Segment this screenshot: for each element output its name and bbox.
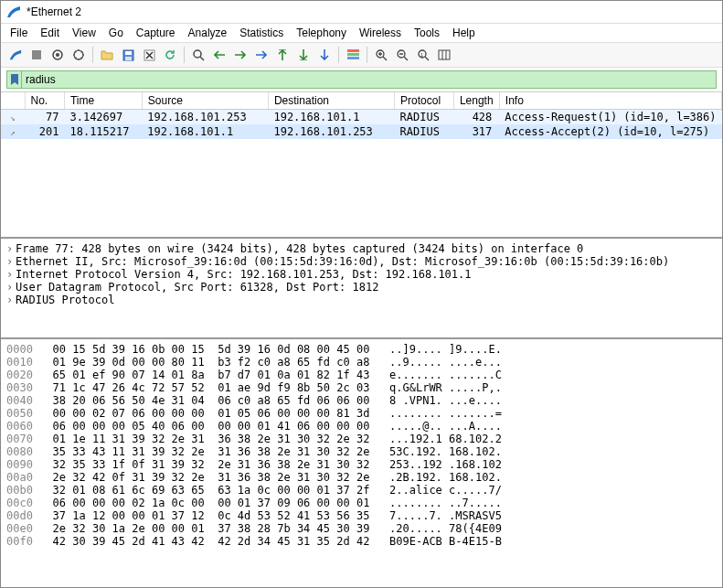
col-info[interactable]: Info [499, 92, 721, 110]
colorize-icon[interactable] [344, 46, 362, 64]
menu-help[interactable]: Help [452, 27, 475, 39]
packet-bytes-pane[interactable]: 0000 00 15 5d 39 16 0b 00 15 5d 39 16 0d… [1, 339, 722, 587]
detail-line[interactable]: ›Frame 77: 428 bytes on wire (3424 bits)… [6, 242, 717, 255]
menu-capture[interactable]: Capture [136, 27, 175, 39]
stop-capture-icon[interactable] [27, 46, 46, 64]
col-protocol[interactable]: Protocol [395, 92, 454, 110]
bookmark-filter-icon[interactable] [6, 70, 21, 89]
go-last-icon[interactable] [294, 46, 313, 64]
expand-icon[interactable]: › [6, 294, 16, 306]
packet-table: No. Time Source Destination Protocol Len… [1, 92, 722, 139]
toolbar-separator [338, 47, 339, 63]
auto-scroll-icon[interactable] [315, 46, 334, 64]
capture-options-icon[interactable] [69, 46, 88, 64]
menu-analyze[interactable]: Analyze [188, 27, 228, 39]
menu-edit[interactable]: Edit [40, 27, 59, 39]
reload-file-icon[interactable] [161, 46, 179, 64]
go-forward-icon[interactable] [231, 46, 250, 64]
request-arrow-icon: ↘ [6, 112, 19, 123]
col-length[interactable]: Length [453, 92, 499, 110]
restart-capture-icon[interactable] [48, 46, 67, 64]
resize-columns-icon[interactable] [435, 46, 453, 64]
expand-icon[interactable]: › [6, 242, 16, 255]
display-filter-row [1, 68, 722, 92]
svg-rect-6 [125, 57, 132, 60]
expand-icon[interactable]: › [6, 268, 16, 281]
display-filter-input[interactable] [21, 70, 717, 89]
col-destination[interactable]: Destination [268, 92, 394, 110]
go-back-icon[interactable] [210, 46, 229, 64]
toolbar-separator [92, 47, 93, 63]
go-to-packet-icon[interactable] [252, 46, 271, 64]
menubar: File Edit View Go Capture Analyze Statis… [1, 24, 722, 43]
menu-statistics[interactable]: Statistics [239, 27, 283, 39]
svg-rect-11 [347, 57, 359, 59]
packet-row[interactable]: ↗ 201 18.115217 192.168.101.1 192.168.10… [1, 124, 722, 139]
menu-file[interactable]: File [10, 27, 27, 39]
menu-go[interactable]: Go [109, 27, 123, 39]
detail-line[interactable]: ›Ethernet II, Src: Microsof_39:16:0d (00… [6, 255, 717, 268]
svg-point-2 [56, 53, 59, 57]
close-file-icon[interactable] [140, 46, 158, 64]
packet-row[interactable]: ↘ 77 3.142697 192.168.101.253 192.168.10… [1, 110, 722, 125]
packet-list-pane[interactable]: No. Time Source Destination Protocol Len… [1, 92, 722, 239]
expand-icon[interactable]: › [6, 255, 16, 268]
col-time[interactable]: Time [64, 92, 142, 110]
col-source[interactable]: Source [142, 92, 268, 110]
open-file-icon[interactable] [98, 46, 116, 64]
detail-line[interactable]: ›RADIUS Protocol [6, 294, 717, 306]
titlebar: *Ethernet 2 [1, 1, 722, 24]
menu-telephony[interactable]: Telephony [296, 27, 346, 39]
window-title: *Ethernet 2 [27, 5, 81, 18]
expand-icon[interactable]: › [6, 281, 16, 294]
toolbar: 1 [1, 43, 722, 68]
reply-arrow-icon: ↗ [6, 127, 19, 137]
svg-rect-5 [125, 51, 132, 55]
detail-line[interactable]: ›Internet Protocol Version 4, Src: 192.1… [6, 268, 717, 281]
save-file-icon[interactable] [119, 46, 137, 64]
packet-details-pane[interactable]: ›Frame 77: 428 bytes on wire (3424 bits)… [1, 239, 722, 339]
svg-rect-16 [439, 50, 450, 59]
menu-view[interactable]: View [72, 27, 96, 39]
svg-rect-9 [347, 49, 359, 52]
go-first-icon[interactable] [273, 46, 292, 64]
detail-line[interactable]: ›User Datagram Protocol, Src Port: 61328… [6, 281, 717, 294]
app-icon [6, 5, 21, 19]
menu-wireless[interactable]: Wireless [359, 27, 401, 39]
zoom-reset-icon[interactable]: 1 [414, 46, 432, 64]
start-capture-icon[interactable] [6, 46, 25, 64]
zoom-in-icon[interactable] [372, 46, 390, 64]
svg-point-8 [194, 50, 201, 58]
col-no[interactable]: No. [25, 92, 64, 110]
zoom-out-icon[interactable] [393, 46, 411, 64]
find-packet-icon[interactable] [189, 46, 207, 64]
toolbar-separator [367, 47, 367, 63]
menu-tools[interactable]: Tools [414, 27, 440, 39]
svg-rect-0 [32, 50, 41, 59]
toolbar-separator [184, 47, 185, 63]
svg-rect-10 [347, 53, 359, 56]
